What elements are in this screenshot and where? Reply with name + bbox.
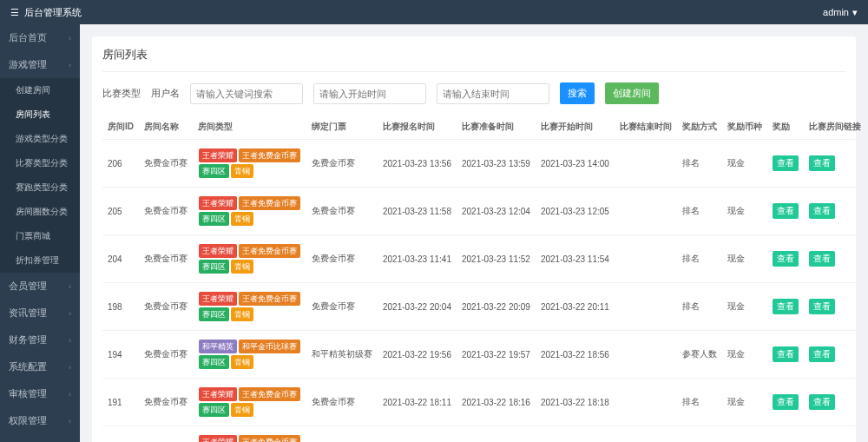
type-tag: 王者荣耀 <box>199 148 237 162</box>
view-button[interactable]: 查看 <box>773 155 799 171</box>
column-header: 比赛结束时间 <box>615 115 677 140</box>
room-type-cell: 王者荣耀王者免费金币赛赛四区青铜 <box>193 379 306 426</box>
column-header: 奖励方式 <box>677 115 722 140</box>
sidebar-subitem[interactable]: 创建房间 <box>0 78 80 102</box>
cell: 免费金币赛 <box>306 283 378 331</box>
type-tag: 王者荣耀 <box>199 387 237 401</box>
cell: 免费金币赛 <box>306 426 378 443</box>
view-button[interactable]: 查看 <box>809 299 835 314</box>
view-button[interactable]: 查看 <box>773 299 799 314</box>
cell: 2021-03-23 12:04 <box>457 188 536 235</box>
view-button[interactable]: 查看 <box>809 251 835 267</box>
type-tag: 和平精英 <box>199 340 237 353</box>
type-tag: 赛四区 <box>199 212 229 226</box>
sidebar-item[interactable]: 权限管理› <box>0 407 80 434</box>
cell: 免费金币赛 <box>139 331 193 379</box>
cell: 排名 <box>677 426 722 443</box>
chevron-right-icon: › <box>69 390 71 399</box>
table-row: 204免费金币赛王者荣耀王者免费金币赛赛四区青铜免费金币赛2021-03-23 … <box>102 235 868 283</box>
room-type-cell: 和平精英和平金币比球赛赛四区青铜 <box>193 331 306 379</box>
room-type-cell: 王者荣耀王者免费金币赛赛四区青铜 <box>193 426 306 443</box>
end-time-input[interactable] <box>437 83 549 104</box>
sidebar-subitem[interactable]: 游戏类型分类 <box>0 127 80 151</box>
cell: 2021-03-22 17:44 <box>378 426 457 443</box>
type-tag: 青铜 <box>231 164 253 178</box>
cell <box>615 235 677 283</box>
view-button[interactable]: 查看 <box>773 394 799 410</box>
page-title: 房间列表 <box>102 47 845 63</box>
cell: 参赛人数 <box>677 331 722 379</box>
view-button[interactable]: 查看 <box>809 394 835 410</box>
view-button[interactable]: 查看 <box>809 203 835 219</box>
cell: 2021-03-23 12:05 <box>536 188 615 235</box>
sidebar-subitem[interactable]: 赛跑类型分类 <box>0 175 80 200</box>
menu-icon[interactable]: ☰ <box>10 7 19 18</box>
cell: 204 <box>102 235 139 283</box>
sidebar-subitem[interactable]: 房间列表 <box>0 102 80 127</box>
cell: 现金 <box>722 379 767 426</box>
sidebar-subitem[interactable]: 门票商城 <box>0 224 80 248</box>
sidebar-item[interactable]: 财务管理› <box>0 327 80 353</box>
cell: 2021-03-22 20:04 <box>378 283 457 331</box>
start-time-input[interactable] <box>313 83 426 104</box>
sidebar-subitem[interactable]: 房间圈数分类 <box>0 200 80 224</box>
sidebar-item[interactable]: 后台首页› <box>0 24 80 51</box>
cell: 免费金币赛 <box>306 188 378 235</box>
cell: 190 <box>102 426 139 443</box>
cell: 2021-03-22 18:11 <box>378 379 457 426</box>
cell: 排名 <box>677 140 722 188</box>
cell: 2021-03-23 11:41 <box>378 235 457 283</box>
chevron-right-icon: › <box>69 363 71 372</box>
sidebar-subitem[interactable]: 比赛类型分类 <box>0 151 80 175</box>
user-menu[interactable]: admin ▾ <box>823 7 858 18</box>
search-input[interactable] <box>190 83 303 104</box>
panel: 房间列表 比赛类型 用户名 搜索 创建房间 房间ID房间名称房间类型绑定门票比赛… <box>92 36 856 442</box>
cell: 免费金币赛 <box>139 188 193 235</box>
room-type-cell: 王者荣耀王者免费金币赛赛四区青铜 <box>193 283 306 331</box>
sidebar-item[interactable]: 资讯管理› <box>0 300 80 327</box>
cell: 205 <box>102 188 139 235</box>
brand-text: 后台管理系统 <box>24 6 82 19</box>
view-button[interactable]: 查看 <box>773 346 799 362</box>
sidebar-item[interactable]: 游戏管理› <box>0 51 80 78</box>
view-button[interactable]: 查看 <box>809 346 835 362</box>
table-row: 190免费金币赛王者荣耀王者免费金币赛赛四区青铜免费金币赛2021-03-22 … <box>102 426 868 443</box>
column-header: 比赛开始时间 <box>536 115 615 140</box>
cell: 现金 <box>722 283 767 331</box>
table-row: 206免费金币赛王者荣耀王者免费金币赛赛四区青铜免费金币赛2021-03-23 … <box>102 140 868 188</box>
view-button[interactable]: 查看 <box>773 251 799 267</box>
cell: 2021-03-23 14:00 <box>536 140 615 188</box>
type-tag: 赛四区 <box>199 307 229 321</box>
sidebar-subitem[interactable]: 折扣券管理 <box>0 248 80 273</box>
filter-type-label: 比赛类型 <box>102 87 141 100</box>
cell: 2021-03-23 11:52 <box>457 235 536 283</box>
filter-user-label: 用户名 <box>151 87 180 100</box>
create-room-button[interactable]: 创建房间 <box>605 82 659 104</box>
cell: 2021-03-23 11:58 <box>378 188 457 235</box>
column-header: 比赛准备时间 <box>457 115 536 140</box>
chevron-right-icon: › <box>69 61 71 69</box>
cell: 2021-03-23 11:54 <box>536 235 615 283</box>
cell: 免费金币赛 <box>139 379 193 426</box>
sidebar-item[interactable]: 审核管理› <box>0 380 80 407</box>
cell: 2021-03-22 18:16 <box>457 379 536 426</box>
search-button[interactable]: 搜索 <box>560 82 595 104</box>
type-tag: 和平金币比球赛 <box>239 340 300 353</box>
type-tag: 王者免费金币赛 <box>239 244 300 258</box>
sidebar-item[interactable]: 系统配置› <box>0 353 80 380</box>
sidebar-item[interactable]: 会员管理› <box>0 273 80 300</box>
view-button[interactable]: 查看 <box>773 203 799 219</box>
type-tag: 青铜 <box>231 355 253 369</box>
type-tag: 赛四区 <box>199 355 229 369</box>
type-tag: 赛四区 <box>199 260 229 274</box>
column-header: 奖励 <box>767 115 804 140</box>
cell: 免费金币赛 <box>306 379 378 426</box>
type-tag: 王者免费金币赛 <box>239 387 300 401</box>
table-row: 198免费金币赛王者荣耀王者免费金币赛赛四区青铜免费金币赛2021-03-22 … <box>102 283 868 331</box>
chevron-right-icon: › <box>69 309 71 318</box>
table-row: 205免费金币赛王者荣耀王者免费金币赛赛四区青铜免费金币赛2021-03-23 … <box>102 188 868 235</box>
view-button[interactable]: 查看 <box>809 155 835 171</box>
divider <box>102 71 845 72</box>
table-row: 191免费金币赛王者荣耀王者免费金币赛赛四区青铜免费金币赛2021-03-22 … <box>102 379 868 426</box>
column-header: 房间ID <box>102 115 139 140</box>
